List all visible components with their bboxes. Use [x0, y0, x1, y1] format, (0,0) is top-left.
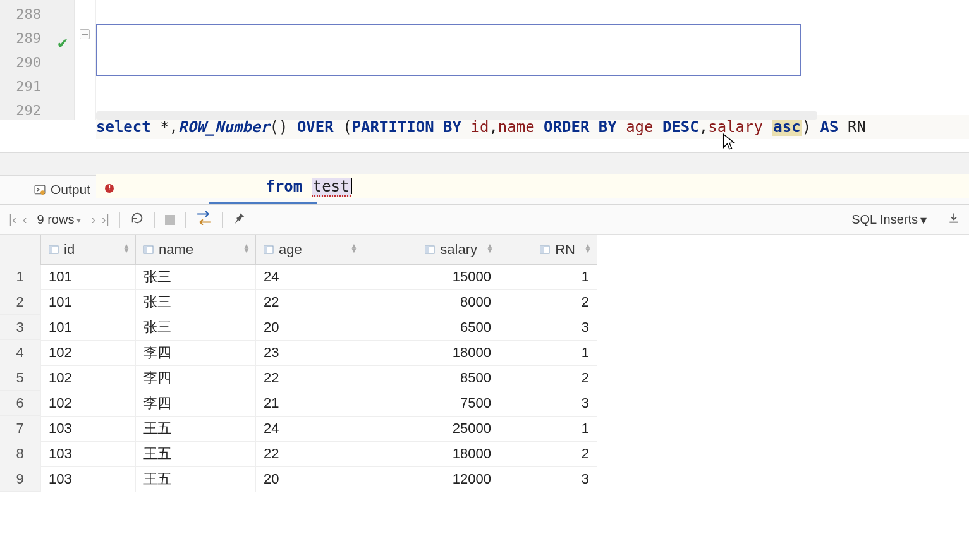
- table-row[interactable]: 103王五22180002: [41, 441, 597, 466]
- column-header-rn[interactable]: RN ▲▼: [499, 235, 597, 264]
- row-number[interactable]: 7: [0, 416, 40, 441]
- fold-handle-icon[interactable]: [80, 29, 90, 39]
- horizontal-scrollbar[interactable]: [96, 111, 817, 120]
- cell-name[interactable]: 李四: [136, 365, 256, 391]
- cell-rn[interactable]: 3: [499, 391, 597, 416]
- cell-id[interactable]: 103: [41, 416, 136, 441]
- console-icon: [34, 184, 46, 195]
- sort-icon[interactable]: ▲▼: [350, 244, 358, 253]
- table-row[interactable]: 103王五20120003: [41, 466, 597, 492]
- cell-salary[interactable]: 8500: [363, 365, 499, 391]
- column-icon: [49, 245, 59, 255]
- row-number-column: 123456789: [0, 235, 40, 492]
- editor-gutter: 288 289✔ 290 291 292: [0, 0, 75, 120]
- column-header-name[interactable]: name ▲▼: [136, 235, 256, 264]
- column-icon: [143, 245, 154, 255]
- column-label: name: [159, 241, 193, 258]
- cell-salary[interactable]: 7500: [363, 391, 499, 416]
- column-label: salary: [440, 241, 477, 258]
- tab-label: Output: [51, 182, 90, 197]
- cell-age[interactable]: 22: [256, 441, 363, 466]
- cell-age[interactable]: 22: [256, 365, 363, 391]
- first-page-icon[interactable]: |‹: [9, 212, 16, 227]
- page-nav: |‹ ‹: [9, 212, 27, 227]
- column-label: id: [64, 241, 75, 258]
- code-line[interactable]: [96, 56, 969, 80]
- cell-id[interactable]: 102: [41, 391, 136, 416]
- row-number[interactable]: 8: [0, 441, 40, 466]
- column-header-salary[interactable]: salary ▲▼: [363, 235, 499, 264]
- cell-id[interactable]: 103: [41, 466, 136, 492]
- tab-output[interactable]: Output: [24, 175, 101, 204]
- sort-icon[interactable]: ▲▼: [486, 244, 494, 253]
- cell-salary[interactable]: 25000: [363, 416, 499, 441]
- row-count-dropdown[interactable]: 9 rows ▾: [37, 212, 82, 227]
- gutter-line: 291: [0, 75, 74, 99]
- cell-age[interactable]: 20: [256, 466, 363, 492]
- sort-icon[interactable]: ▲▼: [584, 244, 592, 253]
- cell-salary[interactable]: 18000: [363, 441, 499, 466]
- cell-name[interactable]: 李四: [136, 391, 256, 416]
- cell-rn[interactable]: 2: [499, 365, 597, 391]
- cell-id[interactable]: 103: [41, 441, 136, 466]
- svg-rect-15: [264, 246, 267, 253]
- cell-rn[interactable]: 1: [499, 416, 597, 441]
- row-number[interactable]: 1: [0, 264, 40, 289]
- text-caret: [351, 178, 352, 194]
- cell-age[interactable]: 24: [256, 416, 363, 441]
- svg-rect-13: [144, 246, 147, 253]
- svg-rect-17: [425, 246, 429, 253]
- column-icon: [264, 245, 274, 255]
- svg-rect-11: [49, 246, 52, 253]
- row-number[interactable]: 5: [0, 365, 40, 391]
- cell-name[interactable]: 王五: [136, 416, 256, 441]
- cell-salary[interactable]: 12000: [363, 466, 499, 492]
- row-number[interactable]: 9: [0, 466, 40, 492]
- column-label: RN: [555, 241, 575, 258]
- code-line[interactable]: !from test: [96, 174, 969, 198]
- prev-page-icon[interactable]: ‹: [23, 212, 27, 227]
- column-icon: [425, 245, 435, 255]
- row-number[interactable]: 6: [0, 391, 40, 416]
- column-header-age[interactable]: age ▲▼: [256, 235, 363, 264]
- sql-editor[interactable]: 288 289✔ 290 291 292 select *,ROW_Number…: [0, 0, 969, 120]
- row-number[interactable]: 2: [0, 289, 40, 315]
- svg-rect-19: [540, 246, 544, 253]
- gutter-line: 288: [0, 3, 74, 27]
- code-line[interactable]: [96, 293, 969, 317]
- cell-rn[interactable]: 3: [499, 466, 597, 492]
- column-label: age: [279, 241, 302, 258]
- gutter-line: 292: [0, 99, 74, 123]
- row-count-label: 9 rows: [37, 212, 75, 227]
- cell-rn[interactable]: 2: [499, 441, 597, 466]
- table-row[interactable]: 102李四2285002: [41, 365, 597, 391]
- next-page-icon[interactable]: ›: [91, 212, 95, 227]
- sort-icon[interactable]: ▲▼: [243, 244, 250, 253]
- bulb-error-icon[interactable]: !: [105, 184, 114, 193]
- column-header-id[interactable]: id ▲▼: [41, 235, 136, 264]
- fold-column: [75, 0, 96, 120]
- cell-name[interactable]: 王五: [136, 441, 256, 466]
- cell-age[interactable]: 21: [256, 391, 363, 416]
- row-number[interactable]: 4: [0, 340, 40, 365]
- table-row[interactable]: 102李四2175003: [41, 391, 597, 416]
- cell-name[interactable]: 王五: [136, 466, 256, 492]
- svg-point-1: [40, 190, 45, 195]
- code-area[interactable]: select *,ROW_Number() OVER (PARTITION BY…: [96, 0, 969, 120]
- cell-id[interactable]: 102: [41, 365, 136, 391]
- row-number[interactable]: 3: [0, 315, 40, 340]
- column-icon: [540, 245, 550, 255]
- chevron-down-icon: ▾: [76, 215, 81, 225]
- row-number-header: [0, 235, 40, 264]
- table-row[interactable]: 103王五24250001: [41, 416, 597, 441]
- sort-icon[interactable]: ▲▼: [123, 244, 130, 253]
- gutter-line: 290: [0, 51, 74, 75]
- gutter-line: 289✔: [0, 27, 74, 51]
